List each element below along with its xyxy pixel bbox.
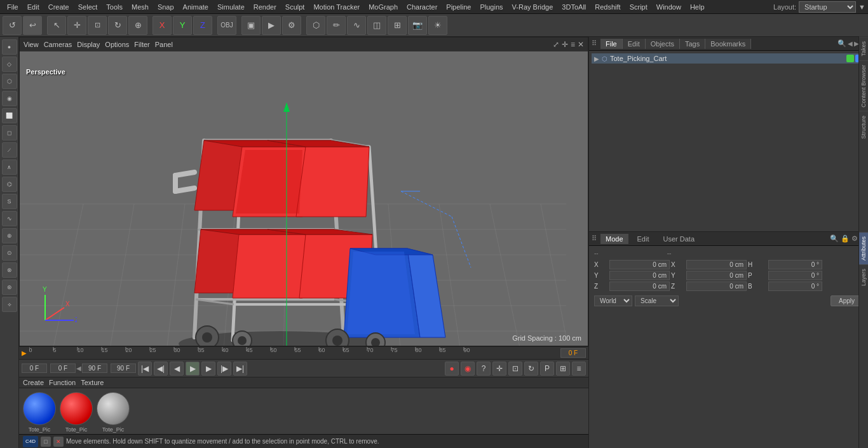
- material-item-1[interactable]: Tote_Pic: [60, 392, 93, 433]
- obj-tab-file[interactable]: File: [600, 39, 623, 49]
- bevel-button[interactable]: ◻: [2, 125, 17, 140]
- material-item-0[interactable]: Tote_Pic: [23, 392, 56, 433]
- attr-search-icon[interactable]: 🔍: [830, 234, 839, 243]
- param-button[interactable]: P: [540, 362, 554, 376]
- status-monitor-icon[interactable]: □: [41, 437, 51, 447]
- menu-render[interactable]: Render: [249, 2, 281, 12]
- coord-x1-input[interactable]: [609, 260, 670, 269]
- scale-tool-button[interactable]: ⊡: [88, 16, 107, 35]
- menu-create[interactable]: Create: [44, 2, 74, 12]
- structure-tab[interactable]: Structure: [859, 111, 868, 143]
- tool2-button[interactable]: ⊙: [2, 245, 17, 261]
- menu-snap[interactable]: Snap: [153, 2, 179, 12]
- bridge-button[interactable]: ⟋: [2, 142, 17, 158]
- tool4-button[interactable]: ⊛: [2, 280, 17, 295]
- menu-tools[interactable]: Tools: [102, 2, 127, 12]
- attr-tab-mode[interactable]: Mode: [600, 234, 628, 244]
- points-mode-button[interactable]: ●: [2, 39, 17, 55]
- world-select[interactable]: World Local Parent: [594, 295, 632, 306]
- obj-visible-dot[interactable]: [846, 55, 854, 62]
- vp-settings-icon[interactable]: ≡: [571, 40, 575, 49]
- attr-tab-userdata[interactable]: User Data: [658, 234, 700, 244]
- attr-tab-edit[interactable]: Edit: [632, 234, 654, 244]
- menu-vray[interactable]: V-Ray Bridge: [508, 2, 558, 12]
- menu-plugins[interactable]: Plugins: [475, 2, 507, 12]
- vp-menu-options[interactable]: Options: [105, 41, 129, 48]
- next-key-button[interactable]: |▶: [217, 362, 231, 376]
- z-axis-button[interactable]: Z: [193, 16, 212, 35]
- play-button[interactable]: ▶: [186, 362, 200, 376]
- coord-b-input[interactable]: [768, 282, 822, 291]
- end-frame-input[interactable]: [111, 363, 136, 373]
- menu-script[interactable]: Script: [625, 2, 652, 12]
- vp-close-icon[interactable]: ✕: [578, 40, 584, 49]
- viewport[interactable]: View Cameras Display Options Filter Pane…: [19, 37, 588, 346]
- preview-end-input[interactable]: [82, 363, 107, 373]
- scale-select[interactable]: Scale Absolute: [635, 295, 679, 306]
- material-item-2[interactable]: Tote_Pic: [97, 392, 130, 433]
- menu-edit[interactable]: Edit: [23, 2, 44, 12]
- menu-sculpt[interactable]: Sculpt: [281, 2, 309, 12]
- render-settings-button[interactable]: ⚙: [282, 16, 301, 35]
- tool5-button[interactable]: ⟡: [2, 297, 17, 312]
- vp-menu-filter[interactable]: Filter: [134, 41, 149, 48]
- menu-help[interactable]: Help: [686, 2, 709, 12]
- timeline-marks[interactable]: 0 5 10 15 20 25 30 35 40 45 50 55 60 65 …: [29, 347, 558, 360]
- menu-character[interactable]: Character: [402, 2, 442, 12]
- menu-select[interactable]: Select: [74, 2, 102, 12]
- vp-nav-icon[interactable]: ✛: [562, 40, 568, 49]
- render-region-button[interactable]: ▣: [241, 16, 261, 35]
- knife-button[interactable]: ∧: [2, 160, 17, 175]
- attributes-tab-vert[interactable]: Attributes: [859, 232, 868, 264]
- obj-prev-icon[interactable]: ◀: [848, 40, 853, 47]
- menu-window[interactable]: Window: [652, 2, 686, 12]
- attr-settings-icon[interactable]: ⚙: [851, 234, 858, 243]
- sym-button[interactable]: ⊞: [388, 16, 407, 35]
- prev-frame-button[interactable]: ◀: [170, 362, 184, 376]
- coord-h-input[interactable]: [768, 260, 822, 269]
- vp-maximize-icon[interactable]: ⤢: [553, 40, 559, 49]
- render-view-button[interactable]: ▶: [262, 16, 281, 35]
- go-start-button[interactable]: |◀: [138, 362, 152, 376]
- pen-button[interactable]: ✏: [327, 16, 346, 35]
- grid-button[interactable]: ⊞: [556, 362, 570, 376]
- coord-y2-input[interactable]: [686, 271, 747, 280]
- timeline-ruler[interactable]: ▶ 0 5 10 15 20 25 30 35 40 45 50 55 60 6…: [19, 346, 588, 359]
- scale-tool2-button[interactable]: ⊡: [508, 362, 522, 376]
- takes-tab[interactable]: Takes: [859, 37, 868, 60]
- dope-button[interactable]: ≡: [572, 362, 586, 376]
- obj-tab-bookmarks[interactable]: Bookmarks: [705, 39, 751, 49]
- vp-menu-display[interactable]: Display: [77, 41, 100, 48]
- menu-mesh[interactable]: Mesh: [127, 2, 153, 12]
- mirror-button[interactable]: S: [2, 194, 17, 209]
- faces-mode-button[interactable]: ⬡: [2, 74, 17, 89]
- menu-simulate[interactable]: Simulate: [213, 2, 249, 12]
- menu-pipeline[interactable]: Pipeline: [442, 2, 475, 12]
- move-tool-button[interactable]: ✛: [67, 16, 86, 35]
- coord-y1-input[interactable]: [609, 271, 670, 280]
- coord-x2-input[interactable]: [686, 260, 747, 269]
- mat-create-menu[interactable]: Create: [23, 379, 44, 386]
- menu-3dtoall[interactable]: 3DToAll: [557, 2, 590, 12]
- select-tool-button[interactable]: ↖: [47, 16, 66, 35]
- light-button[interactable]: ☀: [428, 16, 447, 35]
- coord-z1-input[interactable]: [609, 282, 670, 291]
- menu-mograph[interactable]: MoGraph: [364, 2, 402, 12]
- rotate-tool-button[interactable]: ↻: [108, 16, 127, 35]
- start-frame-input[interactable]: [22, 363, 47, 373]
- x-axis-button[interactable]: X: [153, 16, 172, 35]
- preview-start-input[interactable]: [50, 363, 76, 373]
- object-expand-icon[interactable]: ▶: [594, 55, 599, 62]
- mat-function-menu[interactable]: Function: [49, 379, 76, 386]
- tool1-button[interactable]: ⊕: [2, 228, 17, 243]
- mat-texture-menu[interactable]: Texture: [81, 379, 104, 386]
- redo-button[interactable]: ↩: [23, 16, 42, 35]
- vp-menu-view[interactable]: View: [24, 41, 39, 48]
- move-tool2-button[interactable]: ✛: [492, 362, 506, 376]
- spline2-button[interactable]: ∿: [2, 211, 17, 226]
- transform-button[interactable]: ⊕: [128, 16, 147, 35]
- object-row-cart[interactable]: ▶ ⬡ Tote_Picking_Cart: [592, 53, 865, 64]
- sculpt-mode-button[interactable]: ◉: [2, 91, 17, 106]
- scene-container[interactable]: X Y Z Grid Spacing : 100 cm Perspective: [20, 51, 588, 346]
- attr-lock-icon[interactable]: 🔒: [841, 234, 850, 243]
